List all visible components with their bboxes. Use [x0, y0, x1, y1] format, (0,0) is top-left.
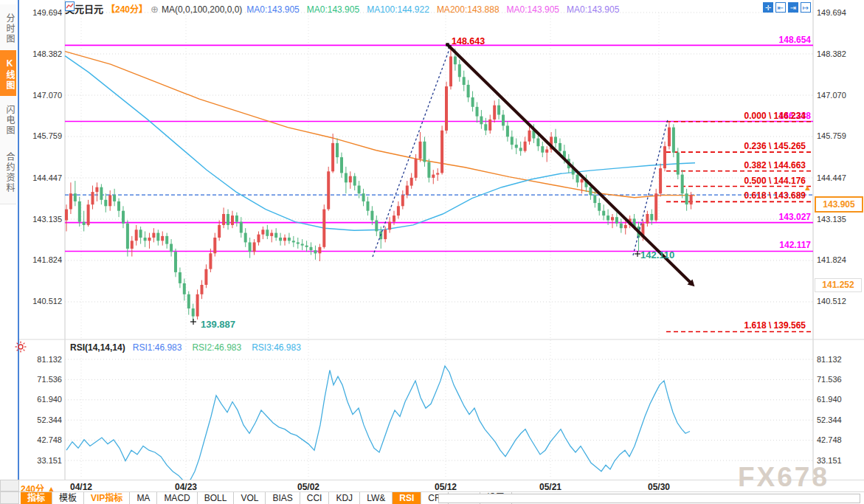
- candle-body: [345, 173, 348, 183]
- candle-body: [270, 233, 273, 236]
- candle-body: [471, 97, 474, 107]
- candle-body: [654, 193, 657, 220]
- ma-value-label: MA0:143.905: [246, 4, 299, 15]
- toolbar-item-模板[interactable]: 模板: [52, 492, 84, 504]
- candle-body: [322, 210, 325, 247]
- candle-body: [266, 229, 269, 236]
- toolbar-item-BOLL[interactable]: BOLL: [198, 492, 235, 504]
- candle-body: [249, 242, 252, 252]
- candle-body: [524, 142, 527, 151]
- candle-body: [581, 179, 584, 182]
- rsi-line: [66, 366, 690, 482]
- candle-body: [258, 235, 260, 243]
- ma-settings-label[interactable]: MA(0,0,100,200,0,0): [162, 4, 242, 15]
- candle-body: [449, 57, 452, 87]
- settings-circle-icon[interactable]: ⊕: [151, 4, 159, 15]
- candlestick-layer: [65, 46, 693, 322]
- candle-body: [559, 143, 561, 151]
- price-axis-label: 141.824: [817, 255, 846, 264]
- compress-icon[interactable]: ⇤: [775, 2, 786, 13]
- fib-label: 1.618 \ 139.565: [744, 320, 806, 331]
- rsi-axis-label: 61.940: [22, 395, 62, 404]
- candle-body: [624, 225, 627, 228]
- candle-body: [297, 242, 300, 244]
- candle-body: [91, 192, 94, 204]
- toolbar-item-MA[interactable]: MA: [130, 492, 157, 504]
- rsi-title: RSI(14,14,14): [70, 342, 125, 353]
- candle-body: [358, 186, 361, 194]
- crosshair-icon[interactable]: ✛: [763, 2, 773, 13]
- toolbar-item-VOL[interactable]: VOL: [234, 492, 266, 504]
- exit-right-icon[interactable]: ↦: [801, 2, 811, 13]
- sidebar-tab-2[interactable]: K线图: [0, 50, 16, 100]
- candle-body: [144, 238, 147, 241]
- candle-body: [327, 171, 330, 209]
- sidebar-tab-4[interactable]: 合约资料: [0, 142, 16, 204]
- candle-body: [113, 195, 116, 201]
- candle-body: [201, 285, 204, 294]
- price-marker-arrow: ▲: [803, 184, 812, 191]
- candle-body: [476, 107, 479, 117]
- price-axis-label: 144.447: [22, 173, 62, 182]
- candle-body: [192, 308, 195, 317]
- corner-cell-top: [0, 480, 19, 491]
- toolbar-item-KDJ[interactable]: KDJ: [329, 492, 360, 504]
- candle-body: [554, 137, 557, 143]
- date-axis-label: 05/12: [427, 482, 464, 492]
- candle-body: [685, 193, 688, 204]
- rsi-axis-label: 81.132: [22, 355, 62, 364]
- price-axis-label: 143.135: [22, 215, 62, 224]
- chart-header: 美元日元【240分】⊕MA(0,0,100,200,0,0)MA0:143.90…: [65, 1, 626, 13]
- candle-body: [650, 214, 653, 221]
- rsi-axis-label: 81.132: [817, 355, 842, 364]
- ma-value-label: MA0:143.905: [507, 4, 559, 15]
- toolbar-item-指标[interactable]: 指标: [21, 492, 52, 504]
- toolbar-item-MACD[interactable]: MACD: [157, 492, 197, 504]
- candle-body: [261, 229, 264, 234]
- candle-body: [240, 222, 243, 233]
- ma-values: MA0:143.905MA0:143.905MA100:144.922MA200…: [246, 4, 626, 15]
- candle-body: [183, 283, 186, 294]
- scale-icon[interactable]: ⇥: [788, 2, 798, 13]
- candle-body: [677, 153, 680, 175]
- candle-body: [108, 195, 111, 206]
- sidebar-tab-3[interactable]: 闪电图: [0, 96, 16, 145]
- date-axis-label: 05/02: [290, 482, 327, 492]
- candle-body: [593, 195, 596, 203]
- indicator-settings-icon[interactable]: [15, 341, 27, 353]
- downtrend-line[interactable]: [447, 44, 690, 282]
- candle-body: [310, 247, 313, 250]
- price-axis-label: 140.512: [817, 297, 846, 305]
- side-price-tag: 141.252: [815, 278, 862, 292]
- sidebar-tab-1[interactable]: 分时图: [0, 4, 16, 54]
- toolbar-item-LW&[interactable]: LW&: [360, 492, 393, 504]
- candle-body: [541, 146, 544, 153]
- toolbar-item-BIAS[interactable]: BIAS: [266, 492, 300, 504]
- window-icons: ✛⇤⇥↦: [763, 2, 811, 13]
- candle-body: [463, 77, 466, 85]
- rsi-value-label: RSI3:46.983: [252, 342, 301, 353]
- candle-body: [253, 242, 256, 252]
- period-label: 【240分】: [106, 4, 148, 15]
- price-axis-label: 148.382: [22, 49, 62, 58]
- candle-body: [292, 241, 295, 242]
- candle-body: [432, 175, 435, 178]
- fib-label: 0.382 \ 144.663: [744, 160, 806, 170]
- candle-body: [410, 178, 413, 186]
- toolbar-scroll-area[interactable]: [438, 494, 860, 503]
- candle-body: [126, 224, 129, 249]
- toolbar-item-VIP指标[interactable]: VIP指标: [84, 492, 130, 504]
- candle-body: [135, 229, 138, 241]
- candle-body: [279, 238, 282, 241]
- candle-body: [283, 238, 286, 241]
- toolbar-item-RSI[interactable]: RSI: [393, 492, 421, 504]
- candle-body: [454, 57, 457, 65]
- peak-price-label: 148.643: [452, 36, 485, 46]
- toolbar-item-CCI[interactable]: CCI: [300, 492, 330, 504]
- candle-body: [152, 233, 155, 238]
- candle-body: [427, 162, 430, 178]
- chart-canvas[interactable]: [0, 0, 864, 504]
- candlestick-chart-icon[interactable]: [65, 1, 75, 11]
- candle-body: [174, 252, 177, 272]
- candle-body: [235, 215, 238, 222]
